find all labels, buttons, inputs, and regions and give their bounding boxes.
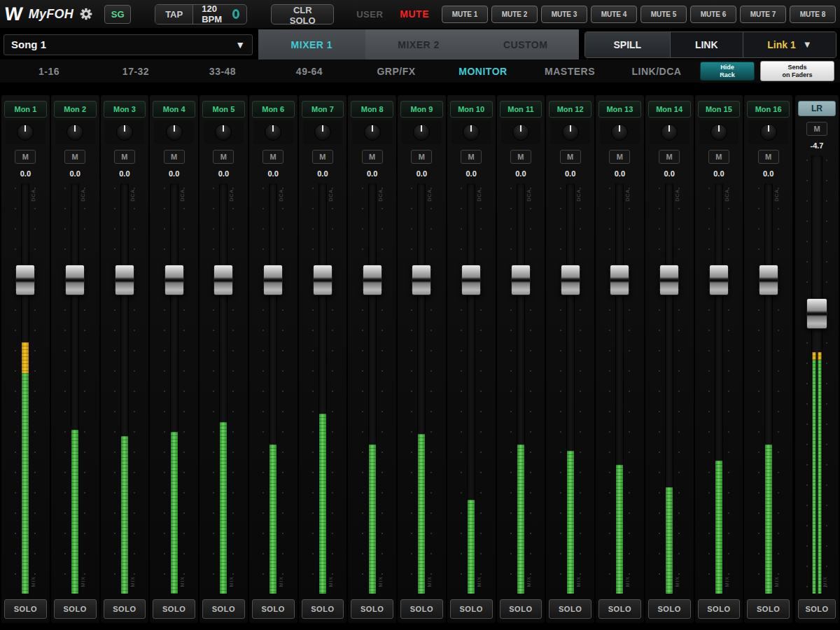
mute-group-button-mute-2[interactable]: MUTE 2 <box>491 6 538 23</box>
fader-cap[interactable] <box>363 265 382 295</box>
mute-button[interactable]: M <box>758 150 779 164</box>
fader-cap[interactable] <box>561 265 580 295</box>
layer-tab-masters[interactable]: MASTERS <box>526 66 613 77</box>
mute-button[interactable]: M <box>609 150 630 164</box>
pan-control[interactable] <box>501 120 541 144</box>
fader-cap[interactable] <box>263 265 283 295</box>
fader-track[interactable] <box>21 183 29 595</box>
tab-custom[interactable]: CUSTOM <box>472 29 579 59</box>
mute-button[interactable]: M <box>213 150 234 164</box>
channel-name-button[interactable]: Mon 8 <box>351 101 393 118</box>
fader-track[interactable] <box>615 183 624 595</box>
channel-name-button[interactable]: Mon 7 <box>302 101 344 118</box>
fader-cap[interactable] <box>313 265 332 295</box>
pan-control[interactable] <box>154 120 194 144</box>
fader-track[interactable] <box>318 183 327 595</box>
soundgrid-status-button[interactable]: SG <box>104 5 131 24</box>
pan-control[interactable] <box>699 120 739 144</box>
solo-button[interactable]: SOLO <box>153 599 195 619</box>
layer-tab-link-dca[interactable]: LINK/DCA <box>613 66 700 77</box>
clear-solo-button[interactable]: CLR SOLO <box>271 4 334 24</box>
channel-name-button[interactable]: Mon 6 <box>252 101 295 118</box>
user-mode-toggle[interactable]: USER <box>356 9 383 20</box>
pan-control[interactable] <box>402 120 442 144</box>
fader-cap[interactable] <box>15 265 35 295</box>
tap-tempo-button[interactable]: TAP <box>155 5 193 24</box>
pan-control[interactable] <box>550 120 590 144</box>
mute-button[interactable]: M <box>114 150 135 164</box>
solo-button[interactable]: SOLO <box>747 599 790 619</box>
fader-track[interactable] <box>368 183 377 595</box>
layer-tab-1-16[interactable]: 1-16 <box>6 66 92 77</box>
tab-mixer-1[interactable]: MIXER 1 <box>258 29 365 59</box>
pan-control[interactable] <box>352 120 392 144</box>
solo-button[interactable]: SOLO <box>351 599 393 619</box>
layer-tab-33-48[interactable]: 33-48 <box>179 66 266 77</box>
fader-track[interactable] <box>71 183 79 595</box>
channel-name-button[interactable]: Mon 2 <box>54 101 97 118</box>
fader-track[interactable] <box>566 183 575 595</box>
solo-button[interactable]: SOLO <box>549 599 592 619</box>
channel-name-button[interactable]: Mon 15 <box>698 101 741 118</box>
solo-button[interactable]: SOLO <box>54 599 97 619</box>
mute-button[interactable]: M <box>64 150 85 164</box>
fader-cap[interactable] <box>164 265 184 295</box>
mute-button[interactable]: M <box>15 150 36 164</box>
mute-button[interactable]: M <box>262 150 284 164</box>
pan-control[interactable] <box>6 120 46 144</box>
solo-button[interactable]: SOLO <box>104 599 146 619</box>
channel-name-button[interactable]: Mon 5 <box>202 101 245 118</box>
solo-button[interactable]: SOLO <box>4 599 47 619</box>
mute-group-button-mute-7[interactable]: MUTE 7 <box>740 6 786 23</box>
fader-cap[interactable] <box>115 265 134 295</box>
solo-button[interactable]: SOLO <box>252 599 295 619</box>
mute-button[interactable]: M <box>560 150 581 164</box>
fader-track[interactable] <box>811 155 822 595</box>
pan-control[interactable] <box>204 120 244 144</box>
mute-button[interactable]: M <box>510 150 531 164</box>
mute-group-button-mute-6[interactable]: MUTE 6 <box>690 6 736 23</box>
pan-control[interactable] <box>600 120 640 144</box>
fader-cap[interactable] <box>610 265 629 295</box>
solo-button[interactable]: SOLO <box>202 599 245 619</box>
layer-tab-17-32[interactable]: 17-32 <box>92 66 179 77</box>
fader-cap[interactable] <box>759 265 778 295</box>
pan-control[interactable] <box>650 120 690 144</box>
fader-track[interactable] <box>665 183 673 595</box>
fader-cap[interactable] <box>511 265 531 295</box>
fader-cap[interactable] <box>65 265 85 295</box>
pan-control[interactable] <box>451 120 491 144</box>
layer-tab-monitor[interactable]: MONITOR <box>440 66 526 77</box>
fader-track[interactable] <box>715 183 723 595</box>
pan-control[interactable] <box>303 120 343 144</box>
solo-button[interactable]: SOLO <box>450 599 493 619</box>
mute-group-button-mute-8[interactable]: MUTE 8 <box>790 6 836 23</box>
fader-track[interactable] <box>120 183 129 595</box>
channel-name-button[interactable]: Mon 10 <box>450 101 493 118</box>
solo-button[interactable]: SOLO <box>798 599 836 619</box>
fader-cap[interactable] <box>412 265 431 295</box>
fader-track[interactable] <box>417 183 426 595</box>
solo-button[interactable]: SOLO <box>302 599 344 619</box>
mute-button[interactable]: M <box>708 150 729 164</box>
solo-button[interactable]: SOLO <box>400 599 443 619</box>
channel-name-button[interactable]: Mon 16 <box>747 101 790 118</box>
fader-track[interactable] <box>467 183 475 595</box>
fader-track[interactable] <box>517 183 525 595</box>
mute-button[interactable]: M <box>461 150 482 164</box>
solo-button[interactable]: SOLO <box>598 599 641 619</box>
mute-group-button-mute-4[interactable]: MUTE 4 <box>591 6 637 23</box>
fader-cap[interactable] <box>709 265 729 295</box>
hide-rack-button[interactable]: Hide Rack <box>700 62 755 80</box>
mute-group-button-mute-5[interactable]: MUTE 5 <box>640 6 687 23</box>
fader-track[interactable] <box>764 183 773 595</box>
fader-cap[interactable] <box>461 265 481 295</box>
mute-button[interactable]: M <box>164 150 185 164</box>
fader-track[interactable] <box>170 183 178 595</box>
pan-control[interactable] <box>253 120 293 144</box>
mute-button[interactable]: M <box>659 150 680 164</box>
channel-name-button[interactable]: Mon 4 <box>153 101 195 118</box>
mute-group-button-mute-3[interactable]: MUTE 3 <box>541 6 587 23</box>
channel-name-button[interactable]: LR <box>798 101 836 116</box>
fader-cap[interactable] <box>806 298 827 329</box>
